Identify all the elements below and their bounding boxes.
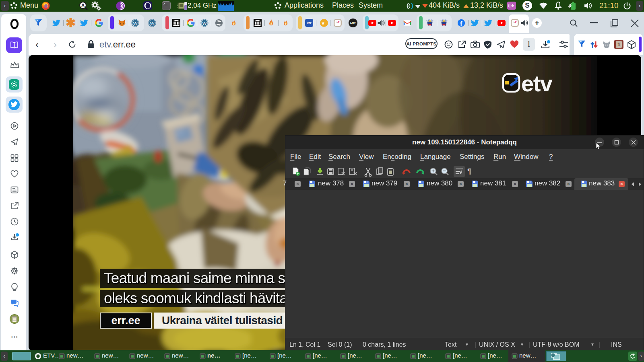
svg-text:etv: etv (521, 73, 553, 95)
svg-text:A: A (81, 3, 85, 8)
